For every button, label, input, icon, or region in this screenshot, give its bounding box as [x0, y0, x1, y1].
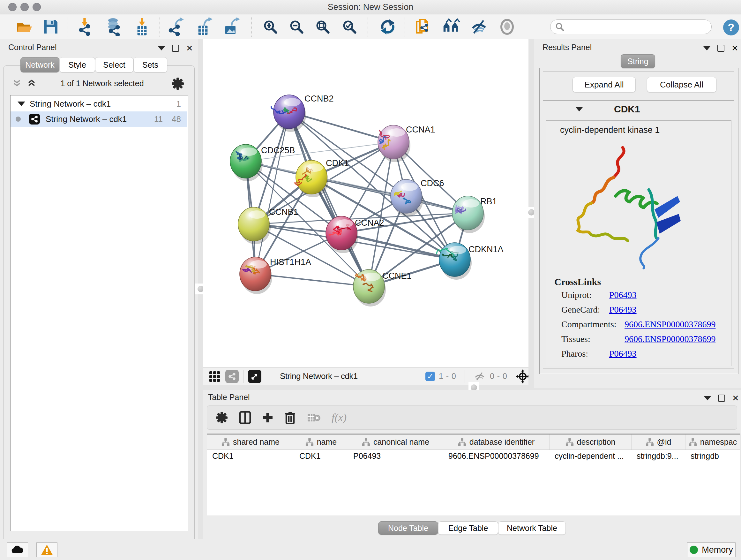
crosslink-label: Pharos:	[561, 349, 609, 359]
column-type-icon	[689, 438, 697, 445]
collapse-entry-icon[interactable]	[576, 107, 583, 111]
tree-expander-icon[interactable]	[17, 102, 25, 106]
selected-nodes-checkbox[interactable]: ✓	[425, 372, 435, 381]
tab-string[interactable]: String	[621, 54, 655, 68]
delete-column-button[interactable]	[284, 411, 296, 424]
expand-all-button[interactable]: Expand All	[572, 77, 636, 92]
zoom-selected-button[interactable]	[340, 17, 359, 36]
panel-close-icon[interactable]: ✕	[186, 45, 193, 51]
network-canvas[interactable]: CCNB2CCNA1CDC25BCDK1CDC6RB1CCNB1CCNA2CDK…	[203, 39, 529, 367]
column-header[interactable]: database identifier	[443, 435, 549, 449]
function-builder-button[interactable]: f(x)	[332, 412, 347, 424]
save-session-button[interactable]	[42, 17, 60, 36]
network-node-ccna1[interactable]: CCNA1	[378, 125, 435, 162]
refresh-icon	[379, 18, 397, 36]
panel-menu-icon[interactable]	[158, 46, 165, 51]
hide-selected-button[interactable]	[470, 17, 488, 36]
network-node-cdc25b[interactable]: CDC25B	[230, 144, 295, 181]
right-splitter[interactable]	[529, 39, 534, 388]
help-button[interactable]: ?	[722, 18, 740, 37]
memory-button[interactable]: Memory	[687, 543, 736, 557]
column-header[interactable]: @id	[631, 435, 685, 449]
table-row[interactable]: CDK1 CDK1 P06493 9606.ENSP00000378699 cy…	[207, 450, 740, 462]
panel-menu-icon[interactable]	[703, 46, 711, 51]
crosslinks-title: CrossLinks	[554, 276, 601, 287]
zoom-in-button[interactable]	[261, 17, 280, 36]
tab-node-table[interactable]: Node Table	[378, 521, 438, 535]
cell-name[interactable]: CDK1	[294, 450, 348, 462]
expand-all-networks-button[interactable]	[27, 78, 37, 88]
cell-namespace[interactable]: stringdb	[685, 450, 740, 462]
panel-float-icon[interactable]	[172, 45, 179, 52]
column-type-icon	[565, 438, 573, 445]
tab-style[interactable]: Style	[59, 57, 95, 72]
column-header[interactable]: canonical name	[348, 435, 443, 449]
import-network-from-file-button[interactable]	[77, 17, 95, 36]
cell-id[interactable]: stringdb:9...	[631, 450, 685, 462]
cell-database-identifier[interactable]: 9606.ENSP00000378699	[443, 450, 549, 462]
export-network-button[interactable]	[167, 17, 186, 36]
import-table-from-file-button[interactable]	[133, 17, 151, 36]
tab-sets[interactable]: Sets	[133, 57, 167, 72]
zoom-fit-button[interactable]	[313, 17, 332, 36]
column-header[interactable]: description	[549, 435, 631, 449]
warnings-button[interactable]	[37, 543, 57, 557]
panel-close-icon[interactable]: ✕	[731, 45, 738, 51]
cell-description[interactable]: cyclin-dependent ...	[549, 450, 631, 462]
import-network-from-database-button[interactable]	[105, 17, 123, 36]
crosslink-value-link[interactable]: P06493	[609, 290, 636, 300]
crosslink-value-link[interactable]: 9606.ENSP00000378699	[624, 319, 716, 329]
node-result-header[interactable]: CDK1	[543, 101, 734, 118]
tab-edge-table[interactable]: Edge Table	[438, 521, 498, 535]
cell-canonical-name[interactable]: P06493	[348, 450, 443, 462]
network-node-rb1[interactable]: RB1	[452, 196, 497, 233]
network-options-button[interactable]	[171, 77, 185, 90]
first-neighbors-button[interactable]	[442, 17, 461, 36]
network-node-cdc6[interactable]: CDC6	[391, 179, 444, 216]
show-columns-button[interactable]	[239, 411, 251, 424]
panel-menu-icon[interactable]	[704, 396, 711, 400]
refresh-view-button[interactable]	[379, 17, 397, 36]
panel-float-icon[interactable]	[718, 395, 725, 401]
cloud-status-button[interactable]	[7, 543, 28, 557]
cell-shared-name[interactable]: CDK1	[207, 450, 294, 462]
grid-view-button[interactable]	[208, 370, 221, 383]
svg-text:?: ?	[728, 21, 735, 33]
delete-table-button[interactable]	[307, 412, 321, 423]
open-session-button[interactable]	[15, 17, 33, 36]
clone-network-button[interactable]	[414, 17, 433, 36]
results-panel-tabs: String	[621, 54, 655, 68]
column-header[interactable]: name	[294, 435, 348, 449]
collapse-all-button[interactable]: Collapse All	[647, 77, 717, 92]
birdseye-navigator-button[interactable]	[516, 369, 530, 383]
network-node-ccne1[interactable]: CCNE1	[353, 269, 412, 307]
collapse-all-networks-button[interactable]	[12, 78, 22, 88]
column-header[interactable]: shared name	[207, 435, 294, 449]
network-node-cdk1[interactable]: CDK1	[295, 159, 349, 197]
network-collection-row[interactable]: String Network – cdk1 1	[10, 96, 187, 111]
panel-float-icon[interactable]	[718, 45, 724, 52]
node-label-cdk1: CDK1	[326, 159, 349, 168]
create-column-button[interactable]	[262, 412, 273, 423]
network-view-mode-button[interactable]	[225, 370, 239, 383]
current-network-name: String Network – cdk1	[280, 371, 358, 381]
tab-network-table[interactable]: Network Table	[498, 521, 566, 535]
search-input[interactable]	[564, 22, 700, 32]
export-table-button[interactable]	[195, 17, 214, 36]
column-type-icon	[458, 438, 466, 445]
network-row-selected[interactable]: String Network – cdk1 11 48	[10, 111, 187, 127]
table-options-button[interactable]	[215, 411, 228, 424]
detach-view-button[interactable]	[248, 370, 261, 383]
export-image-button[interactable]	[223, 17, 241, 36]
zoom-out-button[interactable]	[287, 17, 306, 36]
tab-network[interactable]: Network	[20, 57, 59, 72]
crosslink-value-link[interactable]: 9606.ENSP00000378699	[624, 334, 716, 344]
crosslink-value-link[interactable]: P06493	[609, 305, 636, 315]
show-all-button[interactable]	[498, 17, 516, 36]
crosslink-value-link[interactable]: P06493	[609, 349, 636, 359]
column-header[interactable]: namespac	[685, 435, 740, 449]
tab-select[interactable]: Select	[95, 57, 133, 72]
panel-close-icon[interactable]: ✕	[732, 395, 739, 401]
network-node-cdkn1a[interactable]: CDKN1A	[436, 243, 503, 280]
network-node-ccnb2[interactable]: CCNB2	[271, 94, 334, 132]
